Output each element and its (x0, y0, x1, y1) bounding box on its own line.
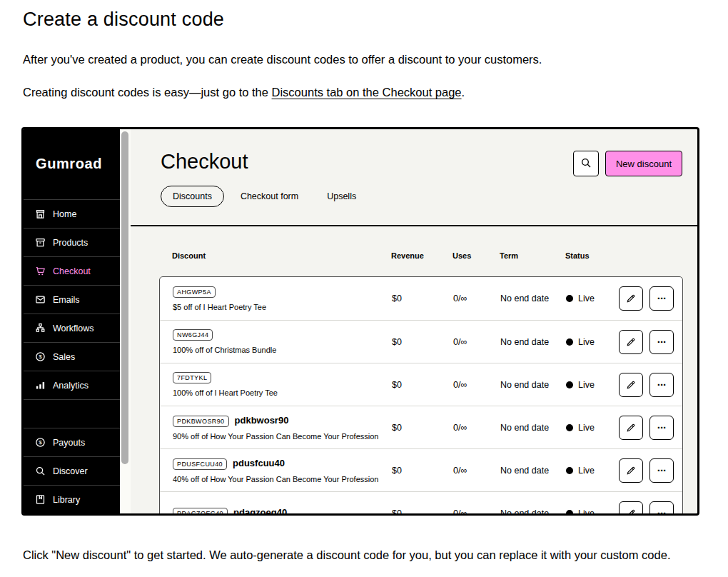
sidebar-item-sales[interactable]: $Sales (24, 342, 120, 371)
term-cell: No end date (500, 466, 566, 476)
sidebar-item-analytics[interactable]: Analytics (24, 371, 120, 399)
new-discount-button[interactable]: New discount (605, 151, 682, 176)
workflow-icon (35, 323, 46, 333)
discount-code-chip: 7FDTYKL (173, 372, 211, 383)
row-actions: ... (612, 416, 674, 440)
sidebar-spacer (24, 399, 120, 428)
discount-description: $5 off of I Heart Poetry Tee (173, 303, 392, 311)
sidebar-item-home[interactable]: Home (24, 199, 120, 228)
status-badge: Live (566, 293, 612, 303)
status-badge: Live (566, 466, 612, 476)
app-scrollbar[interactable] (120, 129, 131, 513)
more-options-button[interactable]: ... (649, 330, 674, 354)
storefront-icon (35, 209, 46, 219)
main-header: Checkout New discount DiscountsCheckout … (131, 129, 697, 226)
tab-discounts[interactable]: Discounts (161, 186, 224, 207)
live-dot-icon (566, 295, 573, 302)
uses-cell: 0/∞ (453, 337, 500, 347)
row-actions: ... (612, 286, 674, 311)
pencil-icon (626, 466, 636, 476)
pencil-icon (626, 293, 636, 303)
table-column-headers: Discount Revenue Uses Term Status (159, 251, 683, 260)
discount-name: pdusfcuu40 (233, 458, 285, 468)
uses-cell: 0/∞ (453, 508, 500, 514)
sidebar-item-checkout[interactable]: Checkout (24, 256, 120, 285)
live-dot-icon (566, 338, 573, 346)
discount-table: AHGWP5A$5 off of I Heart Poetry Tee$00/∞… (159, 276, 683, 513)
svg-text:$: $ (39, 439, 42, 446)
sidebar-item-workflows[interactable]: Workflows (24, 313, 120, 342)
status-label: Live (578, 337, 595, 347)
edit-discount-button[interactable] (619, 501, 643, 514)
bar-chart-icon (35, 380, 46, 391)
column-header-term: Term (500, 251, 565, 260)
scrollbar-thumb[interactable] (121, 131, 128, 464)
uses-cell: 0/∞ (453, 380, 500, 390)
how-paragraph: Creating discount codes is easy—just go … (23, 84, 707, 100)
more-options-button[interactable]: ... (649, 373, 674, 397)
more-options-button[interactable]: ... (649, 458, 674, 483)
edit-discount-button[interactable] (619, 416, 643, 440)
help-article: Create a discount code After you've crea… (0, 9, 728, 566)
envelope-icon (35, 294, 46, 305)
more-options-button[interactable]: ... (649, 501, 674, 514)
svg-text:$: $ (39, 353, 42, 360)
sidebar-item-library[interactable]: Library (24, 485, 120, 513)
search-button[interactable] (573, 151, 599, 176)
live-dot-icon (566, 510, 573, 514)
checkout-discounts-link[interactable]: Discounts tab on the Checkout page (272, 86, 462, 99)
table-row: PDKBWOSR90pdkbwosr9090% off of How Your … (160, 406, 682, 448)
column-header-status: Status (565, 251, 613, 260)
pencil-icon (626, 337, 636, 347)
edit-discount-button[interactable] (619, 458, 643, 483)
discount-name: pdkbwosr90 (235, 415, 289, 426)
uses-cell: 0/∞ (453, 293, 500, 303)
more-options-button[interactable]: ... (649, 286, 674, 311)
term-cell: No end date (500, 423, 566, 433)
discount-cell: PDKBWOSR90pdkbwosr9090% off of How Your … (173, 415, 392, 441)
status-label: Live (578, 508, 595, 514)
column-header-discount: Discount (172, 251, 391, 260)
sidebar-nav-top: HomeProductsCheckoutEmailsWorkflows$Sale… (24, 199, 120, 399)
sidebar-item-products[interactable]: Products (24, 228, 120, 256)
edit-discount-button[interactable] (619, 330, 643, 354)
intro-paragraph: After you've created a product, you can … (23, 51, 707, 67)
revenue-cell: $0 (392, 508, 453, 514)
sidebar-item-label: Workflows (53, 323, 93, 333)
table-row: NW6GJ44100% off of Christmas Bundle$00/∞… (160, 320, 682, 363)
table-row: PDAGZOEG40pdagzoeg40$00/∞No end dateLive… (160, 491, 682, 513)
status-badge: Live (566, 508, 612, 514)
content-area: Discount Revenue Uses Term Status AHGWP5… (131, 226, 697, 513)
revenue-cell: $0 (392, 293, 453, 303)
sidebar-item-label: Checkout (53, 266, 91, 276)
sidebar-item-emails[interactable]: Emails (24, 285, 120, 313)
tab-upsells[interactable]: Upsells (315, 186, 368, 207)
sidebar-item-label: Analytics (53, 381, 89, 391)
table-row: PDUSFCUU40pdusfcuu4040% off of How Your … (160, 448, 682, 491)
discount-description: 40% off of How Your Passion Can Become Y… (173, 475, 392, 483)
sidebar-item-label: Sales (53, 352, 75, 362)
table-row: 7FDTYKL100% off of I Heart Poetry Tee$00… (160, 363, 682, 406)
row-actions: ... (612, 458, 674, 483)
dollar-circle-icon: $ (35, 351, 46, 362)
row-actions: ... (612, 373, 674, 397)
tab-checkout-form[interactable]: Checkout form (228, 186, 310, 207)
edit-discount-button[interactable] (619, 286, 643, 311)
pencil-icon (626, 508, 636, 514)
edit-discount-button[interactable] (619, 373, 643, 397)
page-title: Create a discount code (23, 9, 707, 31)
discount-code-chip: AHGWP5A (173, 286, 216, 298)
discount-cell: NW6GJ44100% off of Christmas Bundle (173, 329, 392, 354)
discount-code-chip: NW6GJ44 (173, 329, 213, 341)
live-dot-icon (566, 424, 573, 431)
bookmark-icon (35, 494, 46, 505)
gumroad-logo: Gumroad (24, 129, 120, 199)
sidebar-item-discover[interactable]: Discover (24, 456, 120, 485)
more-options-button[interactable]: ... (649, 416, 674, 440)
dollar-circle-icon: $ (35, 437, 46, 448)
main-panel: Checkout New discount DiscountsCheckout … (131, 129, 697, 513)
status-label: Live (578, 293, 595, 303)
sidebar-item-payouts[interactable]: $Payouts (24, 428, 120, 456)
live-dot-icon (566, 381, 573, 388)
status-label: Live (578, 423, 595, 433)
